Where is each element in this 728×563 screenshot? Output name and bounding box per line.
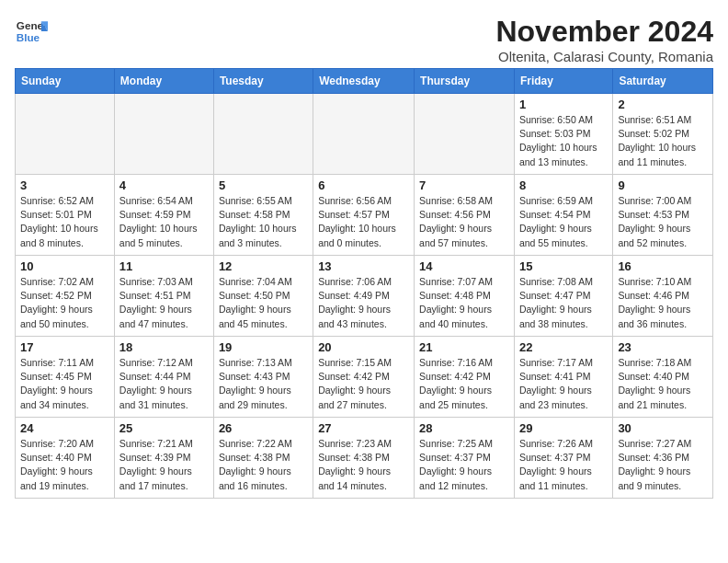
day-info: Sunrise: 7:20 AMSunset: 4:40 PMDaylight:…	[20, 437, 109, 493]
week-row-1: 1Sunrise: 6:50 AMSunset: 5:03 PMDaylight…	[16, 94, 713, 175]
day-number: 4	[119, 178, 209, 192]
day-info: Sunrise: 6:56 AMSunset: 4:57 PMDaylight:…	[318, 194, 409, 250]
day-number: 13	[318, 259, 409, 273]
month-title: November 2024	[495, 15, 713, 49]
location-title: Oltenita, Calarasi County, Romania	[495, 49, 713, 64]
day-info: Sunrise: 7:13 AMSunset: 4:43 PMDaylight:…	[219, 356, 308, 412]
day-number: 22	[519, 340, 608, 354]
day-number: 29	[519, 421, 608, 435]
day-info: Sunrise: 6:51 AMSunset: 5:02 PMDaylight:…	[618, 113, 708, 169]
calendar-table: SundayMondayTuesdayWednesdayThursdayFrid…	[15, 68, 713, 499]
day-cell: 21Sunrise: 7:16 AMSunset: 4:42 PMDayligh…	[415, 337, 515, 418]
svg-text:Blue: Blue	[17, 31, 40, 43]
day-cell: 9Sunrise: 7:00 AMSunset: 4:53 PMDaylight…	[613, 175, 713, 256]
day-cell	[114, 94, 213, 175]
day-cell: 26Sunrise: 7:22 AMSunset: 4:38 PMDayligh…	[213, 418, 313, 499]
day-info: Sunrise: 7:26 AMSunset: 4:37 PMDaylight:…	[519, 437, 608, 493]
day-cell: 19Sunrise: 7:13 AMSunset: 4:43 PMDayligh…	[213, 337, 313, 418]
day-info: Sunrise: 7:08 AMSunset: 4:47 PMDaylight:…	[519, 275, 608, 331]
week-row-5: 24Sunrise: 7:20 AMSunset: 4:40 PMDayligh…	[16, 418, 713, 499]
logo-area: General Blue	[15, 15, 48, 48]
day-number: 9	[618, 178, 708, 192]
day-number: 7	[419, 178, 509, 192]
week-row-4: 17Sunrise: 7:11 AMSunset: 4:45 PMDayligh…	[16, 337, 713, 418]
day-cell: 28Sunrise: 7:25 AMSunset: 4:37 PMDayligh…	[415, 418, 515, 499]
day-number: 25	[119, 421, 209, 435]
day-number: 18	[119, 340, 209, 354]
day-info: Sunrise: 6:55 AMSunset: 4:58 PMDaylight:…	[219, 194, 308, 250]
day-cell: 18Sunrise: 7:12 AMSunset: 4:44 PMDayligh…	[114, 337, 213, 418]
day-number: 24	[20, 421, 109, 435]
day-number: 15	[519, 259, 608, 273]
day-info: Sunrise: 6:50 AMSunset: 5:03 PMDaylight:…	[519, 113, 608, 169]
day-info: Sunrise: 6:54 AMSunset: 4:59 PMDaylight:…	[119, 194, 209, 250]
col-header-friday: Friday	[514, 69, 612, 94]
day-info: Sunrise: 7:04 AMSunset: 4:50 PMDaylight:…	[219, 275, 308, 331]
day-number: 28	[419, 421, 509, 435]
day-cell: 25Sunrise: 7:21 AMSunset: 4:39 PMDayligh…	[114, 418, 213, 499]
day-cell: 22Sunrise: 7:17 AMSunset: 4:41 PMDayligh…	[514, 337, 612, 418]
day-info: Sunrise: 7:15 AMSunset: 4:42 PMDaylight:…	[318, 356, 409, 412]
col-header-monday: Monday	[114, 69, 213, 94]
day-info: Sunrise: 6:58 AMSunset: 4:56 PMDaylight:…	[419, 194, 509, 250]
day-info: Sunrise: 7:21 AMSunset: 4:39 PMDaylight:…	[119, 437, 209, 493]
day-info: Sunrise: 7:12 AMSunset: 4:44 PMDaylight:…	[119, 356, 209, 412]
day-number: 11	[119, 259, 209, 273]
day-number: 26	[219, 421, 308, 435]
day-number: 30	[618, 421, 708, 435]
day-info: Sunrise: 7:17 AMSunset: 4:41 PMDaylight:…	[519, 356, 608, 412]
day-cell: 27Sunrise: 7:23 AMSunset: 4:38 PMDayligh…	[313, 418, 415, 499]
day-number: 5	[219, 178, 308, 192]
day-cell: 30Sunrise: 7:27 AMSunset: 4:36 PMDayligh…	[613, 418, 713, 499]
day-info: Sunrise: 7:22 AMSunset: 4:38 PMDaylight:…	[219, 437, 308, 493]
day-cell: 24Sunrise: 7:20 AMSunset: 4:40 PMDayligh…	[16, 418, 115, 499]
day-cell: 17Sunrise: 7:11 AMSunset: 4:45 PMDayligh…	[16, 337, 115, 418]
col-header-sunday: Sunday	[16, 69, 115, 94]
day-cell: 8Sunrise: 6:59 AMSunset: 4:54 PMDaylight…	[514, 175, 612, 256]
col-header-thursday: Thursday	[415, 69, 515, 94]
day-cell	[16, 94, 115, 175]
day-info: Sunrise: 7:02 AMSunset: 4:52 PMDaylight:…	[20, 275, 109, 331]
calendar-header-row: SundayMondayTuesdayWednesdayThursdayFrid…	[16, 69, 713, 94]
day-info: Sunrise: 7:10 AMSunset: 4:46 PMDaylight:…	[618, 275, 708, 331]
day-number: 12	[219, 259, 308, 273]
day-number: 3	[20, 178, 109, 192]
day-cell: 14Sunrise: 7:07 AMSunset: 4:48 PMDayligh…	[415, 256, 515, 337]
day-number: 20	[318, 340, 409, 354]
day-number: 27	[318, 421, 409, 435]
day-cell: 20Sunrise: 7:15 AMSunset: 4:42 PMDayligh…	[313, 337, 415, 418]
day-cell	[313, 94, 415, 175]
day-number: 19	[219, 340, 308, 354]
day-info: Sunrise: 7:25 AMSunset: 4:37 PMDaylight:…	[419, 437, 509, 493]
day-cell	[213, 94, 313, 175]
day-info: Sunrise: 7:27 AMSunset: 4:36 PMDaylight:…	[618, 437, 708, 493]
day-info: Sunrise: 7:03 AMSunset: 4:51 PMDaylight:…	[119, 275, 209, 331]
day-info: Sunrise: 6:59 AMSunset: 4:54 PMDaylight:…	[519, 194, 608, 250]
week-row-3: 10Sunrise: 7:02 AMSunset: 4:52 PMDayligh…	[16, 256, 713, 337]
day-number: 16	[618, 259, 708, 273]
day-cell: 15Sunrise: 7:08 AMSunset: 4:47 PMDayligh…	[514, 256, 612, 337]
day-cell: 4Sunrise: 6:54 AMSunset: 4:59 PMDaylight…	[114, 175, 213, 256]
day-info: Sunrise: 7:23 AMSunset: 4:38 PMDaylight:…	[318, 437, 409, 493]
day-info: Sunrise: 7:16 AMSunset: 4:42 PMDaylight:…	[419, 356, 509, 412]
day-info: Sunrise: 7:11 AMSunset: 4:45 PMDaylight:…	[20, 356, 109, 412]
day-info: Sunrise: 7:06 AMSunset: 4:49 PMDaylight:…	[318, 275, 409, 331]
title-area: November 2024 Oltenita, Calarasi County,…	[495, 15, 713, 64]
day-info: Sunrise: 7:18 AMSunset: 4:40 PMDaylight:…	[618, 356, 708, 412]
day-number: 14	[419, 259, 509, 273]
day-number: 10	[20, 259, 109, 273]
col-header-saturday: Saturday	[613, 69, 713, 94]
day-number: 6	[318, 178, 409, 192]
day-cell	[415, 94, 515, 175]
day-info: Sunrise: 6:52 AMSunset: 5:01 PMDaylight:…	[20, 194, 109, 250]
day-cell: 1Sunrise: 6:50 AMSunset: 5:03 PMDaylight…	[514, 94, 612, 175]
logo-icon: General Blue	[15, 15, 48, 48]
day-cell: 5Sunrise: 6:55 AMSunset: 4:58 PMDaylight…	[213, 175, 313, 256]
day-cell: 7Sunrise: 6:58 AMSunset: 4:56 PMDaylight…	[415, 175, 515, 256]
day-number: 17	[20, 340, 109, 354]
day-number: 8	[519, 178, 608, 192]
col-header-tuesday: Tuesday	[213, 69, 313, 94]
day-number: 2	[618, 98, 708, 111]
day-cell: 2Sunrise: 6:51 AMSunset: 5:02 PMDaylight…	[613, 94, 713, 175]
day-cell: 23Sunrise: 7:18 AMSunset: 4:40 PMDayligh…	[613, 337, 713, 418]
